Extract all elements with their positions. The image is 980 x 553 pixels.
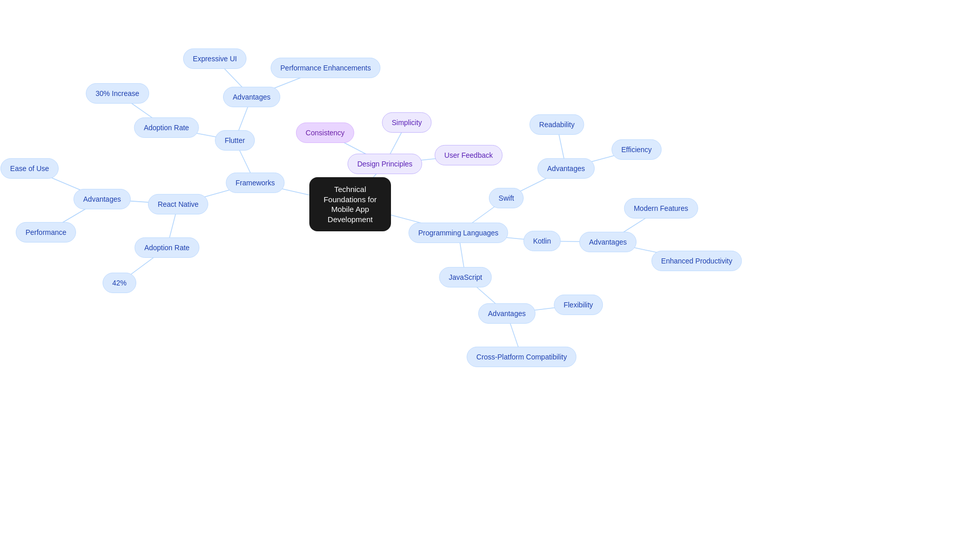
- node-rn-advantages[interactable]: Advantages: [74, 189, 131, 209]
- node-design-principles[interactable]: Design Principles: [348, 154, 422, 174]
- node-modern-features[interactable]: Modern Features: [624, 198, 698, 219]
- node-cross-platform[interactable]: Cross-Platform Compatibility: [467, 347, 576, 367]
- node-kotlin[interactable]: Kotlin: [523, 231, 560, 251]
- node-perf-enhancements[interactable]: Performance Enhancements: [271, 58, 380, 78]
- node-javascript[interactable]: JavaScript: [439, 267, 492, 287]
- node-user-feedback[interactable]: User Feedback: [435, 145, 503, 165]
- node-efficiency[interactable]: Efficiency: [611, 139, 662, 160]
- node-rn-42pct[interactable]: 42%: [103, 273, 136, 293]
- node-rn-30pct[interactable]: 30% Increase: [86, 83, 149, 104]
- node-swift[interactable]: Swift: [489, 188, 524, 208]
- node-flutter-advantages[interactable]: Advantages: [223, 87, 280, 107]
- node-flutter[interactable]: Flutter: [215, 130, 255, 151]
- node-expressive-ui[interactable]: Expressive UI: [183, 49, 247, 69]
- node-kotlin-advantages[interactable]: Advantages: [579, 232, 636, 252]
- node-enhanced-productivity[interactable]: Enhanced Productivity: [651, 251, 742, 271]
- node-js-advantages[interactable]: Advantages: [478, 303, 535, 324]
- node-swift-advantages[interactable]: Advantages: [537, 158, 595, 179]
- node-rn-adoption-rate[interactable]: Adoption Rate: [134, 117, 199, 138]
- node-ease-of-use[interactable]: Ease of Use: [1, 158, 59, 179]
- mind-map-canvas: Technical Foundations for Mobile App Dev…: [0, 0, 980, 553]
- node-readability[interactable]: Readability: [529, 114, 584, 135]
- node-frameworks[interactable]: Frameworks: [226, 173, 284, 193]
- node-rn-adoption-rate2[interactable]: Adoption Rate: [135, 237, 200, 258]
- node-prog-languages[interactable]: Programming Languages: [408, 223, 508, 243]
- node-react-native[interactable]: React Native: [148, 194, 208, 214]
- node-simplicity[interactable]: Simplicity: [382, 112, 431, 133]
- node-performance[interactable]: Performance: [16, 222, 76, 243]
- node-consistency[interactable]: Consistency: [296, 123, 354, 143]
- node-flexibility[interactable]: Flexibility: [554, 295, 603, 315]
- node-center[interactable]: Technical Foundations for Mobile App Dev…: [309, 177, 391, 231]
